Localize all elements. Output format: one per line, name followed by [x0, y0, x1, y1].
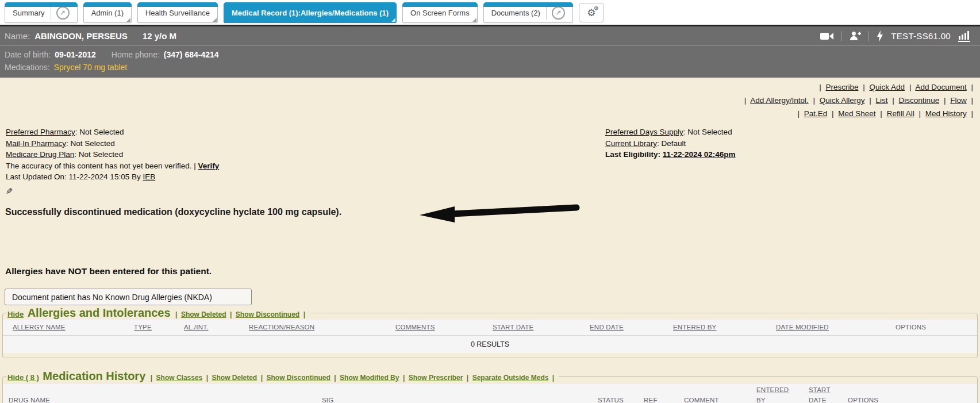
medications-row: Medications: Sprycel 70 mg tablet [5, 63, 980, 75]
show-discontinued-link[interactable]: Show Discontinued [266, 374, 330, 382]
col-comment[interactable]: COMMENT [684, 397, 719, 403]
tab-on-screen-forms-label: On Screen Forms [410, 9, 470, 17]
col-al-int[interactable]: AL./INT. [184, 324, 209, 331]
quick-allergy-link[interactable]: Quick Allergy [820, 96, 865, 105]
tab-divider [546, 6, 547, 20]
mail-in-pharmacy-line: Mail-In Pharmacy: Not Selected [6, 138, 219, 149]
show-deleted-link[interactable]: Show Deleted [212, 374, 258, 382]
separator: | [206, 374, 208, 382]
allergies-hide-link[interactable]: Hide [7, 310, 24, 318]
col-type[interactable]: TYPE [134, 324, 152, 331]
medicare-drug-plan-link[interactable]: Medicare Drug Plan [6, 150, 74, 159]
prescribe-link[interactable]: Prescribe [825, 83, 858, 91]
tab-documents[interactable]: Documents (2) ↗ [483, 2, 573, 23]
separator: | [303, 310, 305, 318]
show-modified-by-link[interactable]: Show Modified By [340, 374, 399, 382]
edit-pencil-icon[interactable]: ✎ [6, 186, 13, 197]
lightning-bolt-icon[interactable] [877, 30, 883, 42]
home-phone-label: Home phone: [112, 50, 160, 59]
col-start-date[interactable]: START DATE [493, 324, 533, 331]
col-allergy-name[interactable]: ALLERGY NAME [13, 324, 66, 331]
flow-link[interactable]: Flow [950, 96, 967, 105]
col-reaction-reason[interactable]: REACTION/REASON [249, 324, 314, 331]
col-ref[interactable]: REF [644, 397, 658, 403]
add-person-icon[interactable] [850, 31, 861, 41]
last-eligibility-line: Last Eligibility: 11-22-2024 02:46pm [605, 149, 736, 160]
add-allergy-intol-link[interactable]: Add Allergy/Intol. [750, 96, 808, 105]
medications-hide-link[interactable]: Hide ( 8 ) [7, 373, 39, 382]
last-updated-by-link[interactable]: IEB [143, 172, 155, 181]
nkda-button[interactable]: Document patient has No Known Drug Aller… [5, 289, 252, 305]
tab-fold-corner [213, 18, 217, 22]
show-prescriber-link[interactable]: Show Prescriber [409, 374, 463, 382]
pharmacy-info-right: Preferred Days Supply: Not Selected Curr… [605, 126, 736, 160]
quick-add-link[interactable]: Quick Add [870, 83, 905, 91]
col-drug-name[interactable]: DRUG NAME [9, 397, 50, 403]
popout-arrow-icon[interactable]: ↗ [552, 6, 565, 20]
separator: | [813, 96, 815, 105]
medication-history-header: Hide ( 8 ) Medication History | Show Cla… [6, 370, 559, 383]
separator: | [832, 109, 834, 118]
col-comments[interactable]: COMMENTS [395, 324, 435, 331]
refill-all-link[interactable]: Refill All [887, 109, 914, 118]
col-entered[interactable]: ENTERED [756, 386, 789, 393]
tab-on-screen-forms[interactable]: On Screen Forms [402, 2, 478, 23]
med-history-link[interactable]: Med History [925, 109, 967, 118]
show-discontinued-link[interactable]: Show Discontinued [236, 310, 299, 318]
separator: | [552, 374, 554, 382]
current-library-link[interactable]: Current Library [605, 139, 657, 148]
separator: | [151, 374, 152, 382]
col-end-date[interactable]: END DATE [590, 324, 624, 331]
mail-in-pharmacy-link[interactable]: Mail-In Pharmacy [6, 139, 66, 148]
tab-medical-record[interactable]: Medical Record (1):Allergies/Medications… [224, 2, 397, 23]
separator: | [744, 96, 747, 105]
colon: : [657, 139, 659, 148]
video-camera-icon[interactable] [820, 32, 834, 41]
last-eligibility-link[interactable]: 11-22-2024 02:46pm [663, 150, 736, 159]
separator: | [261, 374, 263, 382]
status-message: Successfully discontinued medication (do… [5, 207, 341, 217]
discontinue-link[interactable]: Discontinue [899, 96, 940, 105]
list-link[interactable]: List [876, 96, 888, 105]
separator: | [944, 96, 946, 105]
preferred-pharmacy-link[interactable]: Preferred Pharmacy [6, 128, 75, 136]
medications-value[interactable]: Sprycel 70 mg tablet [54, 63, 128, 72]
col-start[interactable]: START [809, 386, 831, 393]
patient-subheader-bar: Date of birth: 09-01-2012 Home phone: (3… [0, 45, 980, 78]
medicare-drug-plan-line: Medicare Drug Plan: Not Selected [6, 149, 219, 160]
verify-line: The accuracy of this content has not yet… [6, 160, 219, 172]
pat-ed-link[interactable]: Pat.Ed [804, 109, 828, 118]
col-entered-by[interactable]: ENTERED BY [673, 324, 717, 331]
popout-arrow-icon[interactable]: ↗ [56, 6, 70, 20]
annotation-arrow [417, 199, 583, 224]
tab-admin-label: Admin (1) [91, 9, 124, 17]
col-start-date-2[interactable]: DATE [809, 397, 827, 403]
preferred-days-supply-link[interactable]: Preferred Days Supply [605, 128, 683, 136]
show-classes-link[interactable]: Show Classes [156, 374, 203, 382]
col-entered-by-2[interactable]: BY [756, 397, 766, 403]
settings-button[interactable]: ⚙ ⚙ [579, 3, 604, 22]
separator: | [194, 162, 196, 170]
medicare-drug-plan-value: Not Selected [79, 150, 123, 159]
tab-medical-record-label: Medical Record (1):Allergies/Medications… [232, 9, 389, 17]
tab-health-surveillance[interactable]: Health Surveillance [137, 2, 218, 23]
colon: : [74, 150, 76, 159]
icon-divider [841, 31, 842, 41]
show-deleted-link[interactable]: Show Deleted [181, 310, 226, 318]
separator: | [797, 109, 800, 118]
tab-admin[interactable]: Admin (1) [83, 2, 132, 23]
account-id: TEST-SS61.00 [891, 31, 951, 41]
verify-link[interactable]: Verify [198, 162, 219, 170]
col-date-modified[interactable]: DATE MODIFIED [776, 324, 829, 331]
col-sig[interactable]: SIG [322, 397, 333, 403]
med-sheet-link[interactable]: Med Sheet [838, 109, 875, 118]
allergies-results-count: 0 RESULTS [3, 336, 977, 353]
col-status[interactable]: STATUS [598, 397, 624, 403]
flowsheet-chart-icon[interactable] [958, 30, 972, 42]
separate-outside-meds-link[interactable]: Separate Outside Meds [472, 374, 549, 382]
tab-summary[interactable]: Summary ↗ [5, 2, 78, 23]
current-library-line: Current Library: Default [605, 138, 736, 149]
separator: | [971, 83, 973, 91]
dob-label: Date of birth: [5, 50, 51, 59]
add-document-link[interactable]: Add Document [915, 83, 966, 91]
